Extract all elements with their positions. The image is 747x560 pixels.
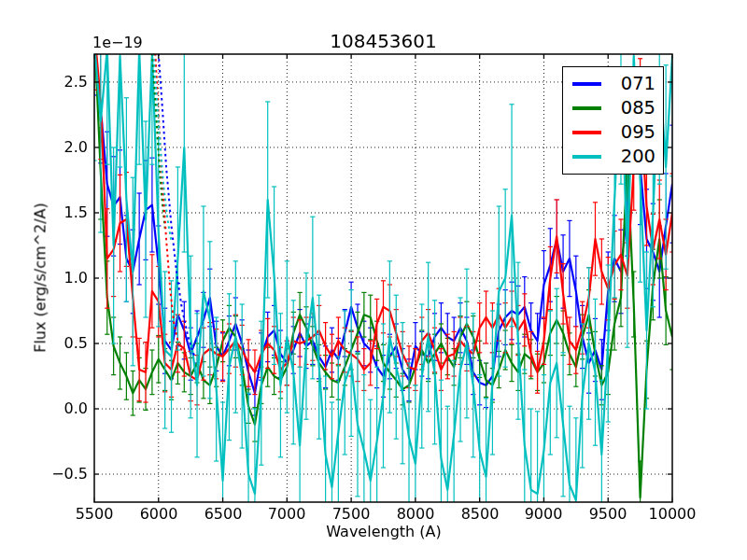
y-tick-label: −0.5 xyxy=(28,465,88,483)
x-tick-label: 10000 xyxy=(640,505,705,523)
legend-line-swatch xyxy=(572,155,601,159)
y-tick-label: 1.5 xyxy=(28,203,88,222)
legend-label: 200 xyxy=(601,147,657,166)
legend: 071 085 095 200 xyxy=(562,66,664,175)
legend-entry: 085 xyxy=(572,99,657,118)
legend-label: 085 xyxy=(601,99,657,118)
x-tick-label: 6500 xyxy=(190,505,256,523)
figure: 108453601 1e−19 Wavelength (A) Flux (erg… xyxy=(0,0,747,560)
y-tick-label: 0.0 xyxy=(28,399,88,418)
x-axis-label: Wavelength (A) xyxy=(290,523,477,540)
x-tick-label: 8000 xyxy=(383,505,448,523)
plot-title: 108453601 xyxy=(94,31,672,51)
legend-line-swatch xyxy=(572,82,601,86)
x-tick-label: 7500 xyxy=(318,505,384,523)
x-tick-label: 7000 xyxy=(254,505,319,523)
x-tick-label: 8500 xyxy=(447,505,513,523)
y-tick-label: 2.5 xyxy=(28,73,88,91)
y-tick-label: 1.0 xyxy=(28,269,88,287)
legend-line-swatch xyxy=(572,106,601,110)
legend-label: 071 xyxy=(601,75,657,93)
y-tick-label: 2.0 xyxy=(28,138,88,157)
x-tick-label: 9000 xyxy=(511,505,576,523)
legend-label: 095 xyxy=(601,123,657,142)
x-tick-label: 9500 xyxy=(575,505,641,523)
legend-line-swatch xyxy=(572,131,601,134)
legend-entry: 200 xyxy=(572,147,657,166)
y-tick-label: 0.5 xyxy=(28,334,88,353)
x-tick-label: 6000 xyxy=(126,505,191,523)
x-tick-label: 5500 xyxy=(62,505,127,523)
y-axis-offset-label: 1e−19 xyxy=(92,35,143,50)
legend-entry: 071 xyxy=(572,75,657,93)
legend-entry: 095 xyxy=(572,123,657,142)
